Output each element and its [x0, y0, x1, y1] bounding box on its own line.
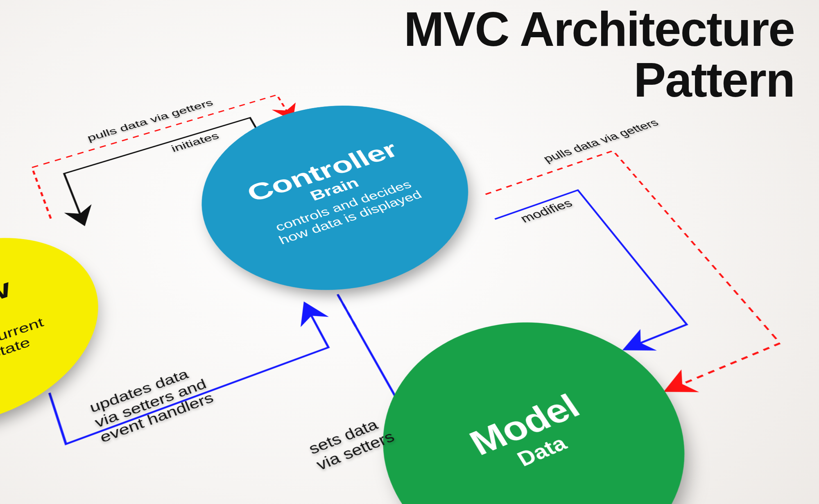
diagram-plane: View UI presents current model state Con…	[0, 0, 819, 504]
diagram-stage: View UI presents current model state Con…	[0, 0, 819, 504]
